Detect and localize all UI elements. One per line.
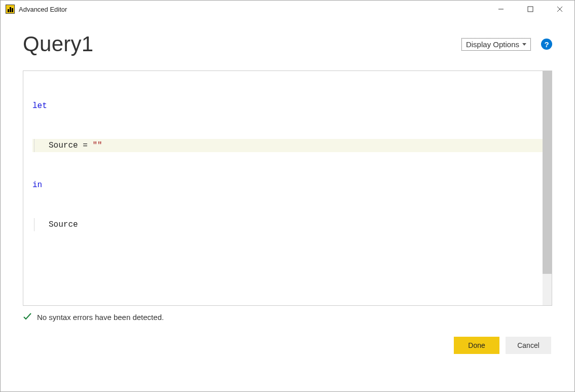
status-bar: No syntax errors have been detected. bbox=[23, 312, 552, 337]
content-area: Query1 Display Options ? let Source = ""… bbox=[1, 18, 574, 364]
close-icon bbox=[557, 6, 563, 12]
header-right: Display Options ? bbox=[461, 38, 552, 51]
done-button[interactable]: Done bbox=[454, 337, 499, 354]
minimize-button[interactable] bbox=[486, 1, 516, 18]
cancel-button[interactable]: Cancel bbox=[506, 337, 551, 354]
scrollbar-thumb[interactable] bbox=[543, 71, 552, 274]
close-button[interactable] bbox=[545, 1, 574, 18]
code-line: let bbox=[32, 99, 543, 113]
check-icon bbox=[23, 312, 32, 323]
editor-area[interactable]: let Source = "" in Source bbox=[30, 71, 543, 305]
string-literal: "" bbox=[92, 141, 102, 150]
footer-buttons: Done Cancel bbox=[23, 337, 552, 354]
window-title: Advanced Editor bbox=[19, 6, 67, 13]
maximize-icon bbox=[527, 6, 533, 12]
svg-rect-1 bbox=[528, 7, 533, 12]
code-line: in bbox=[32, 179, 543, 192]
code-line: Source bbox=[32, 218, 543, 231]
vertical-scrollbar[interactable] bbox=[543, 71, 552, 305]
code-text: Source bbox=[49, 220, 78, 229]
status-message: No syntax errors have been detected. bbox=[37, 313, 164, 322]
editor-gutter bbox=[23, 71, 30, 305]
display-options-dropdown[interactable]: Display Options bbox=[461, 38, 531, 51]
window-controls bbox=[486, 1, 574, 18]
code-line: Source = "" bbox=[32, 139, 543, 152]
help-icon: ? bbox=[544, 40, 549, 49]
header-row: Query1 Display Options ? bbox=[23, 32, 552, 56]
app-icon bbox=[6, 5, 15, 14]
code-text: Source = bbox=[49, 141, 92, 150]
title-bar: Advanced Editor bbox=[1, 1, 574, 18]
display-options-label: Display Options bbox=[466, 40, 519, 49]
chevron-down-icon bbox=[522, 43, 526, 46]
keyword-in: in bbox=[32, 179, 42, 192]
page-title: Query1 bbox=[23, 32, 94, 56]
indent-guide: Source = "" bbox=[34, 139, 102, 152]
help-button[interactable]: ? bbox=[541, 39, 552, 50]
minimize-icon bbox=[498, 6, 504, 12]
indent-guide: Source bbox=[34, 218, 78, 231]
keyword-let: let bbox=[32, 99, 47, 113]
maximize-button[interactable] bbox=[516, 1, 545, 18]
code-editor[interactable]: let Source = "" in Source bbox=[23, 70, 552, 306]
